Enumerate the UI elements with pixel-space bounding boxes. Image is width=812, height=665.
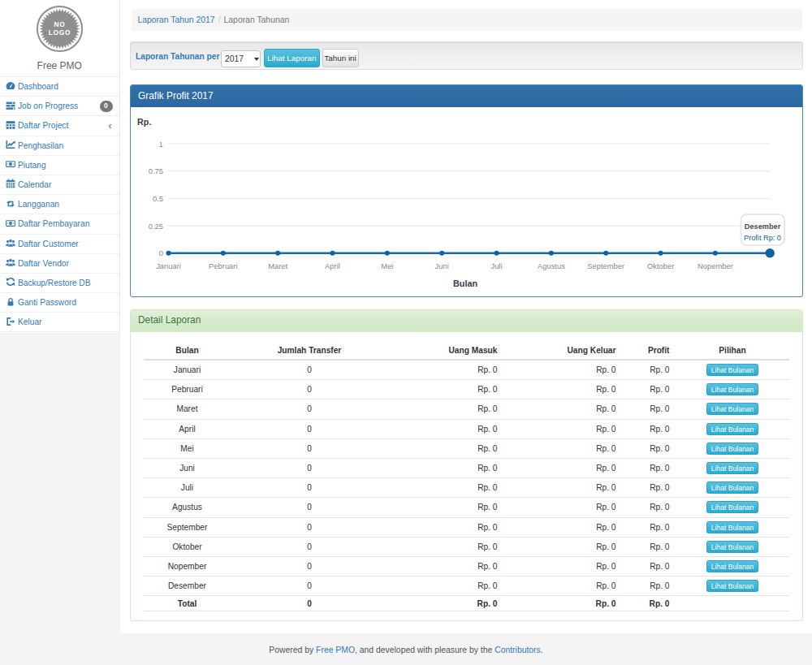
svg-text:0.75: 0.75 <box>148 166 162 175</box>
svg-text:Desember: Desember <box>744 222 780 230</box>
svg-text:Oktober: Oktober <box>646 261 673 270</box>
svg-text:Profit Rp: 0: Profit Rp: 0 <box>744 233 781 241</box>
svg-text:NO: NO <box>54 20 65 28</box>
svg-text:September: September <box>587 261 624 270</box>
svg-text:Pebruari: Pebruari <box>209 261 237 270</box>
svg-text:Januari: Januari <box>156 261 181 270</box>
svg-text:Juli: Juli <box>490 261 502 270</box>
svg-text:0.5: 0.5 <box>152 193 162 202</box>
svg-text:Bulan: Bulan <box>453 278 477 287</box>
svg-text:Nopember: Nopember <box>698 261 733 270</box>
svg-text:0: 0 <box>158 248 162 257</box>
svg-text:0.25: 0.25 <box>148 221 162 230</box>
svg-text:Juni: Juni <box>434 261 448 270</box>
svg-text:Agustus: Agustus <box>537 261 564 270</box>
svg-text:April: April <box>325 261 340 270</box>
svg-text:Rp.: Rp. <box>137 116 151 126</box>
svg-text:Mei: Mei <box>381 261 393 270</box>
svg-text:Maret: Maret <box>268 261 287 270</box>
svg-text:1: 1 <box>158 139 162 148</box>
svg-text:LOGO: LOGO <box>49 28 71 37</box>
